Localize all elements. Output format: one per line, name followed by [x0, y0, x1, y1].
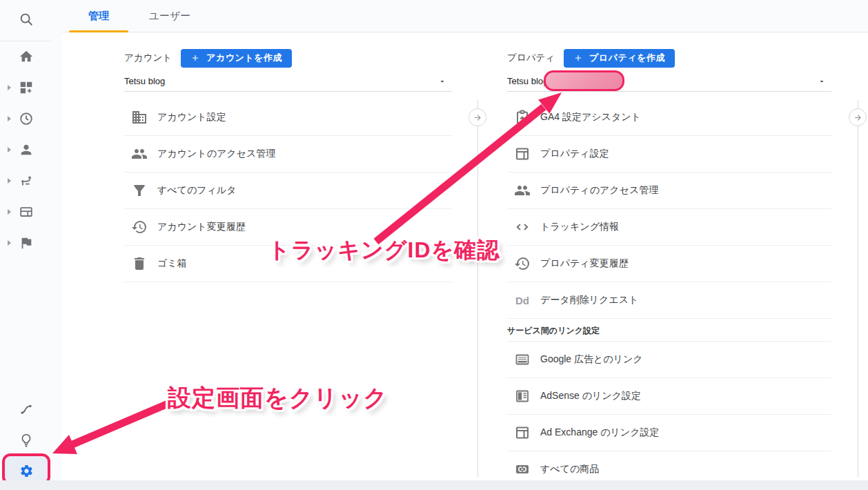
redacted-property-id-box: [544, 70, 624, 91]
chevron-right-icon[interactable]: [8, 147, 11, 153]
plus-icon: [190, 53, 200, 63]
people-icon: [131, 146, 148, 162]
tab-admin[interactable]: 管理: [69, 0, 128, 32]
column-divider: [477, 100, 478, 477]
conversions-flag-icon[interactable]: [19, 235, 34, 251]
customization-grid-icon[interactable]: [19, 80, 34, 95]
code-icon: [514, 219, 531, 235]
dd-icon: Dd: [514, 292, 531, 308]
home-icon[interactable]: [19, 49, 34, 64]
trash-icon: [131, 255, 148, 272]
menu-item-google-ads-link[interactable]: Google 広告とのリンク: [507, 342, 831, 378]
history-icon: [514, 255, 531, 272]
property-menu: GA4 設定アシスタント プロパティ設定 プロパティのアクセス管理 トラッキング…: [507, 99, 831, 488]
bottom-scrollbar-track[interactable]: [0, 480, 868, 490]
audience-person-icon[interactable]: [19, 142, 34, 157]
link-chain-icon: [514, 461, 531, 478]
account-selector-value: Tetsu blog: [124, 76, 165, 86]
people-icon: [514, 182, 531, 199]
adsense-article-icon: [514, 388, 531, 404]
attribution-path-icon[interactable]: [19, 402, 34, 417]
chevron-right-icon[interactable]: [8, 209, 11, 215]
behavior-page-icon[interactable]: [19, 204, 34, 219]
chevron-right-icon[interactable]: [8, 178, 11, 184]
menu-item-property-access[interactable]: プロパティのアクセス管理: [507, 173, 831, 209]
filter-funnel-icon: [131, 182, 148, 199]
menu-item-data-deletion[interactable]: Dd データ削除リクエスト: [507, 282, 831, 319]
plus-icon: [573, 53, 583, 63]
menu-item-all-filters[interactable]: すべてのフィルタ: [124, 173, 452, 209]
create-property-button[interactable]: プロパティを作成: [564, 49, 675, 68]
annotation-settings-note: 設定画面をクリック: [168, 382, 388, 414]
product-linking-section-header: サービス間のリンク設定: [507, 319, 831, 342]
account-column-title: アカウント: [124, 52, 172, 64]
chevron-right-icon[interactable]: [8, 240, 11, 246]
property-selector-value: Tetsu blog: [507, 76, 548, 86]
menu-item-account-access[interactable]: アカウントのアクセス管理: [124, 136, 452, 173]
menu-item-tracking-info[interactable]: トラッキング情報: [507, 209, 831, 246]
chevron-right-icon[interactable]: [8, 116, 11, 121]
history-icon: [131, 219, 148, 235]
dropdown-caret-icon: [818, 77, 826, 86]
rail-divider: [0, 41, 51, 41]
left-nav-rail: [0, 0, 62, 490]
menu-item-ga4-assistant[interactable]: GA4 設定アシスタント: [507, 99, 831, 136]
search-icon[interactable]: [19, 12, 34, 27]
menu-item-property-history[interactable]: プロパティ変更履歴: [507, 246, 831, 282]
admin-gear-icon[interactable]: [19, 464, 34, 478]
annotation-tracking-note: トラッキングIDを確認: [268, 235, 500, 266]
menu-item-ad-exchange-link[interactable]: Ad Exchange のリンク設定: [507, 415, 831, 451]
menu-item-property-settings[interactable]: プロパティ設定: [507, 136, 831, 173]
layout-icon: [514, 424, 531, 441]
create-account-button[interactable]: アカウントを作成: [181, 49, 292, 68]
building-icon: [131, 109, 148, 126]
account-selector[interactable]: Tetsu blog: [124, 71, 452, 92]
arrow-right-icon: [854, 113, 862, 122]
property-column-title: プロパティ: [507, 52, 555, 64]
layout-icon: [514, 146, 531, 162]
menu-item-adsense-link[interactable]: AdSense のリンク設定: [507, 378, 831, 415]
chevron-right-icon[interactable]: [8, 85, 11, 90]
ga4-assistant-icon: [514, 109, 531, 126]
menu-item-account-settings[interactable]: アカウント設定: [124, 99, 452, 136]
arrow-right-icon: [473, 113, 482, 122]
column-divider: [858, 100, 858, 477]
discover-bulb-icon[interactable]: [19, 433, 34, 448]
collapse-column-arrow-button[interactable]: [849, 108, 867, 126]
dropdown-caret-icon: [438, 77, 446, 86]
newspaper-icon: [514, 351, 531, 368]
active-tab-underline: [69, 30, 128, 32]
tab-users[interactable]: ユーザー: [138, 0, 201, 32]
acquisition-branch-icon[interactable]: [19, 173, 34, 188]
realtime-clock-icon[interactable]: [19, 111, 34, 126]
collapse-column-arrow-button[interactable]: [468, 108, 486, 126]
